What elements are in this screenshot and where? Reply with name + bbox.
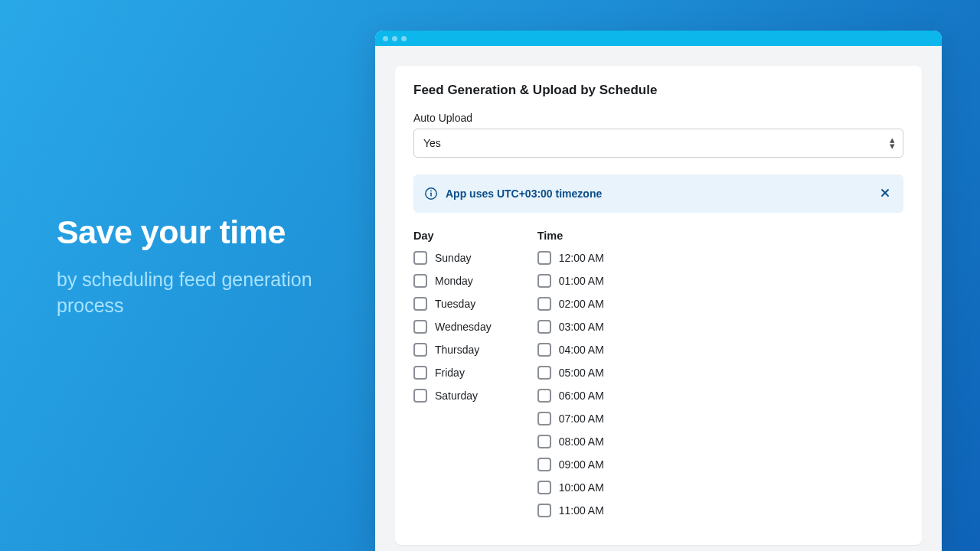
time-label: 05:00 AM xyxy=(559,367,604,379)
time-checkbox-row[interactable]: 11:00 AM xyxy=(537,504,604,517)
day-checkbox-row[interactable]: Sunday xyxy=(413,251,492,265)
checkbox-icon xyxy=(413,389,427,403)
time-checkbox-row[interactable]: 07:00 AM xyxy=(537,412,604,425)
app-window: Feed Generation & Upload by Schedule Aut… xyxy=(375,31,942,551)
banner-close-button[interactable] xyxy=(877,185,893,202)
day-label: Sunday xyxy=(435,252,471,264)
window-dot xyxy=(392,36,397,41)
day-label: Wednesday xyxy=(435,321,492,333)
checkbox-icon xyxy=(537,251,551,265)
checkbox-icon xyxy=(413,343,427,357)
svg-rect-1 xyxy=(430,192,432,196)
checkbox-icon xyxy=(413,297,427,311)
checkbox-icon xyxy=(537,343,551,357)
window-dot xyxy=(383,36,388,41)
time-label: 07:00 AM xyxy=(559,412,604,425)
checkbox-icon xyxy=(537,458,551,471)
time-checkbox-row[interactable]: 09:00 AM xyxy=(537,458,604,471)
day-checkbox-row[interactable]: Thursday xyxy=(413,343,492,357)
day-checkbox-row[interactable]: Wednesday xyxy=(413,320,492,334)
auto-upload-label: Auto Upload xyxy=(413,112,903,124)
day-label: Saturday xyxy=(435,390,478,402)
time-checkbox-row[interactable]: 06:00 AM xyxy=(537,389,604,403)
checkbox-icon xyxy=(537,320,551,334)
select-caret-icon: ▴▾ xyxy=(890,137,895,149)
time-column-header: Time xyxy=(537,230,604,242)
day-checkbox-row[interactable]: Friday xyxy=(413,366,492,380)
day-label: Monday xyxy=(435,275,473,287)
day-checkbox-row[interactable]: Tuesday xyxy=(413,297,492,311)
time-checkbox-row[interactable]: 12:00 AM xyxy=(537,251,604,265)
window-dot xyxy=(401,36,407,41)
time-label: 12:00 AM xyxy=(559,252,604,264)
checkbox-icon xyxy=(537,389,551,403)
day-label: Friday xyxy=(435,367,465,379)
checkbox-icon xyxy=(537,366,551,380)
time-label: 10:00 AM xyxy=(559,481,604,494)
time-checkbox-row[interactable]: 01:00 AM xyxy=(537,274,604,288)
auto-upload-select[interactable]: Yes ▴▾ xyxy=(413,129,903,158)
checkbox-icon xyxy=(537,435,551,448)
window-titlebar xyxy=(375,31,942,46)
schedule-columns: Day SundayMondayTuesdayWednesdayThursday… xyxy=(413,230,903,527)
checkbox-icon xyxy=(413,274,427,288)
checkbox-icon xyxy=(537,481,551,494)
timezone-text: App uses UTC+03:00 timezone xyxy=(446,187,870,200)
time-label: 06:00 AM xyxy=(559,390,604,402)
day-label: Tuesday xyxy=(435,298,475,310)
window-body: Feed Generation & Upload by Schedule Aut… xyxy=(375,46,942,545)
subheadline: by scheduling feed generation process xyxy=(57,267,375,319)
day-column-header: Day xyxy=(413,230,492,242)
day-checkbox-row[interactable]: Monday xyxy=(413,274,492,288)
time-label: 04:00 AM xyxy=(559,344,604,356)
time-label: 02:00 AM xyxy=(559,298,604,310)
checkbox-icon xyxy=(413,320,427,334)
card-title: Feed Generation & Upload by Schedule xyxy=(413,83,903,98)
checkbox-icon xyxy=(537,412,551,425)
time-label: 11:00 AM xyxy=(559,504,604,517)
timezone-banner: App uses UTC+03:00 timezone xyxy=(413,174,903,213)
svg-point-2 xyxy=(430,191,432,192)
page-background: Save your time by scheduling feed genera… xyxy=(0,0,980,551)
time-checkbox-row[interactable]: 05:00 AM xyxy=(537,366,604,380)
checkbox-icon xyxy=(537,274,551,288)
time-label: 01:00 AM xyxy=(559,275,604,287)
checkbox-icon xyxy=(413,251,427,265)
day-label: Thursday xyxy=(435,344,479,356)
checkbox-icon xyxy=(413,366,427,380)
schedule-card: Feed Generation & Upload by Schedule Aut… xyxy=(395,66,922,545)
time-label: 09:00 AM xyxy=(559,458,604,471)
headline: Save your time xyxy=(57,214,375,250)
checkbox-icon xyxy=(537,504,551,517)
time-checkbox-row[interactable]: 08:00 AM xyxy=(537,435,604,448)
checkbox-icon xyxy=(537,297,551,311)
time-checkbox-row[interactable]: 04:00 AM xyxy=(537,343,604,357)
day-column: Day SundayMondayTuesdayWednesdayThursday… xyxy=(413,230,492,527)
time-column: Time 12:00 AM01:00 AM02:00 AM03:00 AM04:… xyxy=(537,230,604,527)
info-icon xyxy=(424,187,438,201)
time-checkbox-row[interactable]: 02:00 AM xyxy=(537,297,604,311)
marketing-copy: Save your time by scheduling feed genera… xyxy=(0,0,375,551)
time-checkbox-row[interactable]: 03:00 AM xyxy=(537,320,604,334)
time-label: 08:00 AM xyxy=(559,435,604,448)
time-checkbox-row[interactable]: 10:00 AM xyxy=(537,481,604,494)
auto-upload-value: Yes xyxy=(423,137,441,149)
time-label: 03:00 AM xyxy=(559,321,604,333)
day-checkbox-row[interactable]: Saturday xyxy=(413,389,492,403)
